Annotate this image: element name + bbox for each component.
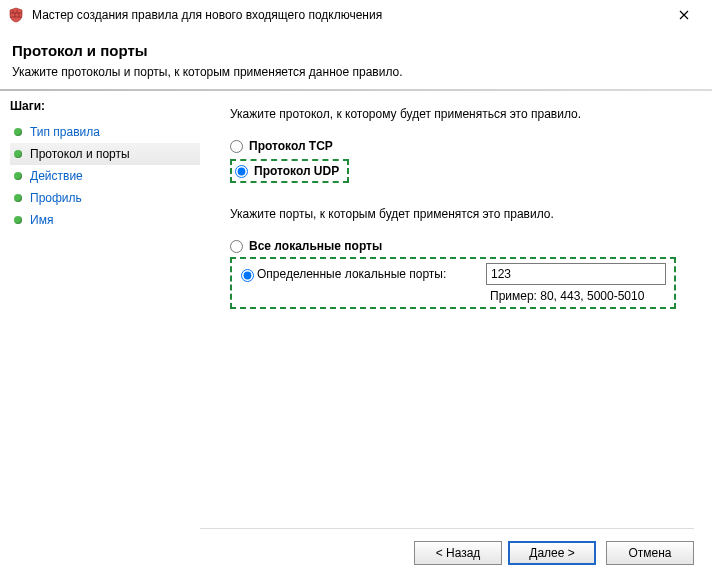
step-bullet-icon [14,172,22,180]
close-icon [679,10,689,20]
page-title: Протокол и порты [12,42,696,59]
back-button[interactable]: < Назад [414,541,502,565]
step-label: Профиль [30,191,82,205]
ports-all-label[interactable]: Все локальные порты [249,239,382,253]
steps-sidebar: Шаги: Тип правила Протокол и порты Дейст… [0,91,200,559]
step-protocol-ports[interactable]: Протокол и порты [10,143,200,165]
cancel-button[interactable]: Отмена [606,541,694,565]
step-label: Имя [30,213,53,227]
protocol-udp-highlight: Протокол UDP [230,159,349,183]
protocol-intro-text: Укажите протокол, к которому будет приме… [230,107,688,121]
window-title: Мастер создания правила для нового входя… [32,8,664,22]
ports-specific-row: Определенные локальные порты: [236,263,666,285]
ports-specific-highlight: Определенные локальные порты: Пример: 80… [230,257,676,309]
ports-specific-label[interactable]: Определенные локальные порты: [257,267,446,281]
step-bullet-icon [14,128,22,136]
content-pane: Укажите протокол, к которому будет приме… [200,91,712,559]
step-bullet-icon [14,194,22,202]
step-bullet-icon [14,150,22,158]
wizard-header: Протокол и порты Укажите протоколы и пор… [0,30,712,89]
wizard-window: Мастер создания правила для нового входя… [0,0,712,579]
nav-button-group: < Назад Далее > [414,541,596,565]
step-action[interactable]: Действие [10,165,200,187]
wizard-footer: < Назад Далее > Отмена [200,528,694,565]
step-profile[interactable]: Профиль [10,187,200,209]
protocol-tcp-radio[interactable] [230,140,243,153]
step-bullet-icon [14,216,22,224]
ports-all-row[interactable]: Все локальные порты [230,239,688,253]
close-button[interactable] [664,3,704,27]
protocol-udp-row[interactable]: Протокол UDP [235,164,339,178]
step-rule-type[interactable]: Тип правила [10,121,200,143]
next-button[interactable]: Далее > [508,541,596,565]
steps-list: Тип правила Протокол и порты Действие Пр… [10,121,200,231]
firewall-icon [8,7,24,23]
titlebar: Мастер создания правила для нового входя… [0,0,712,30]
step-label: Действие [30,169,83,183]
step-label: Протокол и порты [30,147,130,161]
ports-example-text: Пример: 80, 443, 5000-5010 [236,289,666,303]
ports-all-radio[interactable] [230,240,243,253]
ports-intro-text: Укажите порты, к которым будет применятс… [230,207,688,221]
step-label: Тип правила [30,125,100,139]
ports-input[interactable] [486,263,666,285]
page-subtitle: Укажите протоколы и порты, к которым при… [12,65,696,79]
protocol-udp-radio[interactable] [235,165,248,178]
protocol-tcp-row[interactable]: Протокол TCP [230,139,688,153]
steps-label: Шаги: [10,99,200,113]
protocol-tcp-label[interactable]: Протокол TCP [249,139,333,153]
protocol-udp-label[interactable]: Протокол UDP [254,164,339,178]
wizard-body: Шаги: Тип правила Протокол и порты Дейст… [0,91,712,559]
ports-specific-radio[interactable] [241,269,254,282]
step-name[interactable]: Имя [10,209,200,231]
